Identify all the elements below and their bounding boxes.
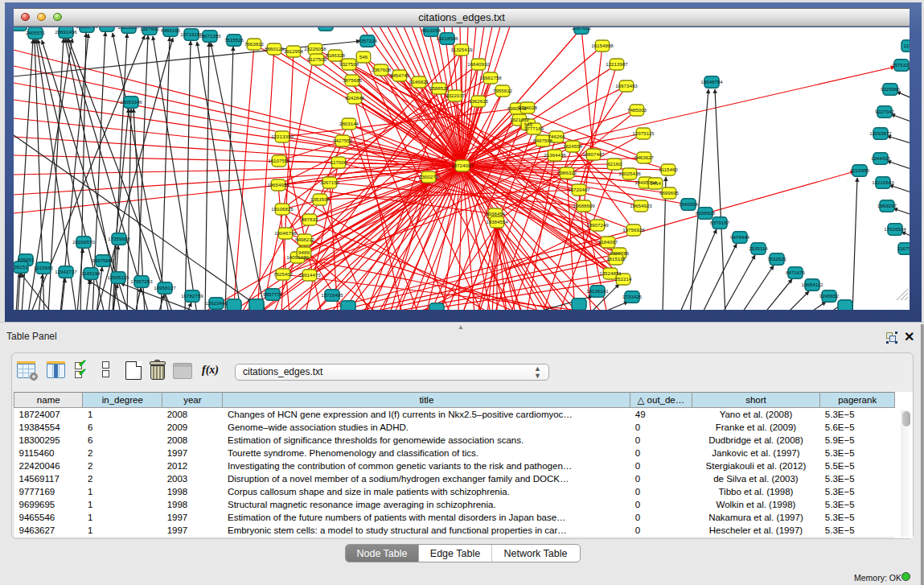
svg-text:12093872: 12093872	[869, 130, 892, 136]
svg-text:15716485: 15716485	[321, 292, 343, 298]
svg-text:12942737: 12942737	[55, 269, 77, 274]
svg-text:7357224: 7357224	[358, 38, 378, 43]
svg-text:546: 546	[359, 54, 368, 60]
svg-text:2367608: 2367608	[372, 67, 392, 72]
svg-text:17359938: 17359938	[108, 236, 130, 241]
svg-text:9734028: 9734028	[518, 105, 538, 110]
svg-text:2935114: 2935114	[749, 245, 768, 251]
svg-text:1640954: 1640954	[679, 201, 699, 207]
svg-text:1215685: 1215685	[34, 265, 54, 270]
svg-text:16671355: 16671355	[199, 33, 221, 39]
svg-text:18724007: 18724007	[451, 163, 474, 168]
svg-text:10688609: 10688609	[573, 203, 595, 208]
svg-text:9242848: 9242848	[345, 95, 365, 101]
svg-text:835001: 835001	[18, 257, 35, 262]
svg-text:16782759: 16782759	[181, 293, 203, 299]
svg-text:1362615: 1362615	[469, 98, 489, 104]
svg-text:16914473: 16914473	[298, 272, 321, 278]
svg-text:8813054: 8813054	[421, 27, 441, 33]
svg-text:19384554: 19384554	[486, 219, 508, 225]
svg-text:1815112: 1815112	[606, 256, 626, 262]
svg-text:7625402: 7625402	[273, 271, 294, 277]
svg-text:25053346: 25053346	[120, 99, 142, 105]
svg-text:1320786: 1320786	[610, 250, 630, 256]
svg-text:15720407: 15720407	[568, 187, 590, 192]
svg-text:7485003: 7485003	[627, 107, 647, 113]
svg-text:19756928: 19756928	[622, 227, 645, 233]
svg-text:20691406: 20691406	[55, 29, 77, 35]
svg-text:3267150: 3267150	[320, 179, 340, 185]
svg-text:10654112: 10654112	[801, 282, 823, 287]
svg-text:7986322: 7986322	[557, 170, 577, 175]
svg-text:16154808: 16154808	[591, 43, 614, 48]
svg-text:746266: 746266	[548, 134, 565, 139]
svg-text:8938928: 8938928	[696, 210, 716, 216]
svg-text:7515526: 7515526	[224, 37, 244, 43]
svg-text:7663822: 7663822	[244, 41, 265, 47]
svg-text:39151: 39151	[14, 264, 28, 270]
svg-text:1575107: 1575107	[892, 62, 910, 68]
svg-text:90975887: 90975887	[92, 257, 114, 263]
svg-text:10973493: 10973493	[615, 83, 638, 89]
svg-text:12505115: 12505115	[107, 274, 129, 280]
svg-text:12213987: 12213987	[606, 61, 628, 67]
svg-text:62160: 62160	[607, 161, 622, 167]
svg-text:8186328: 8186328	[326, 52, 346, 58]
svg-text:1327602: 1327602	[140, 27, 160, 31]
svg-text:13524851: 13524851	[599, 270, 622, 276]
svg-text:2087652: 2087652	[572, 27, 592, 31]
svg-text:2300273: 2300273	[419, 174, 439, 179]
svg-text:3912954: 3912954	[284, 48, 304, 54]
svg-text:19218506: 19218506	[436, 35, 458, 41]
svg-text:1244415: 1244415	[871, 155, 891, 161]
svg-text:18907249: 18907249	[586, 222, 609, 228]
svg-text:12975115: 12975115	[632, 130, 655, 136]
svg-text:1145194: 1145194	[81, 270, 101, 276]
svg-text:9184067: 9184067	[598, 239, 618, 245]
svg-text:19654955: 19654955	[267, 182, 290, 187]
svg-text:9245652: 9245652	[819, 293, 840, 299]
svg-text:9474444: 9474444	[730, 234, 750, 240]
svg-text:117006: 117006	[331, 159, 347, 165]
svg-text:16648784: 16648784	[700, 79, 723, 84]
svg-text:2405571: 2405571	[26, 30, 46, 35]
svg-text:10025438: 10025438	[618, 171, 641, 176]
svg-text:6699695: 6699695	[659, 190, 680, 196]
svg-text:6938454: 6938454	[486, 211, 506, 216]
svg-text:8498212: 8498212	[295, 237, 315, 242]
svg-text:21364436: 21364436	[544, 152, 566, 158]
svg-text:1733426: 1733426	[622, 294, 643, 299]
svg-text:14136141: 14136141	[586, 288, 609, 294]
svg-text:11325419: 11325419	[450, 47, 473, 52]
svg-text:6379197: 6379197	[710, 220, 730, 225]
svg-text:16107554: 16107554	[268, 158, 290, 163]
svg-text:6466160: 6466160	[161, 27, 181, 33]
svg-text:16210643: 16210643	[872, 179, 894, 185]
svg-text:9464: 9464	[650, 180, 661, 186]
svg-text:2803144: 2803144	[339, 121, 359, 126]
svg-text:9322037: 9322037	[446, 93, 466, 98]
svg-text:7632621: 7632621	[767, 256, 787, 262]
svg-text:1624554: 1624554	[563, 143, 583, 149]
svg-text:1969297: 1969297	[877, 203, 897, 208]
svg-text:9327508: 9327508	[339, 61, 359, 67]
svg-text:9329966: 9329966	[881, 86, 901, 92]
svg-text:8471676: 8471676	[786, 270, 806, 275]
svg-text:16961758: 16961758	[479, 75, 502, 80]
svg-text:8454749: 8454749	[390, 72, 410, 78]
svg-text:10807487: 10807487	[582, 151, 605, 157]
svg-text:9115460: 9115460	[659, 167, 678, 172]
svg-text:8660123: 8660123	[265, 46, 285, 51]
svg-text:18959719: 18959719	[76, 27, 98, 29]
svg-text:9427552: 9427552	[333, 138, 353, 143]
svg-text:19654923: 19654923	[630, 203, 652, 208]
svg-text:10046798: 10046798	[274, 230, 297, 236]
svg-text:7955812: 7955812	[493, 88, 513, 93]
svg-text:12923446: 12923446	[205, 300, 228, 306]
svg-text:1353594: 1353594	[310, 196, 331, 202]
svg-text:1588520: 1588520	[429, 85, 450, 91]
svg-text:10958127: 10958127	[154, 285, 176, 290]
svg-text:887832: 887832	[302, 216, 318, 222]
svg-text:12213399: 12213399	[271, 134, 294, 139]
svg-text:9777169: 9777169	[524, 126, 544, 131]
